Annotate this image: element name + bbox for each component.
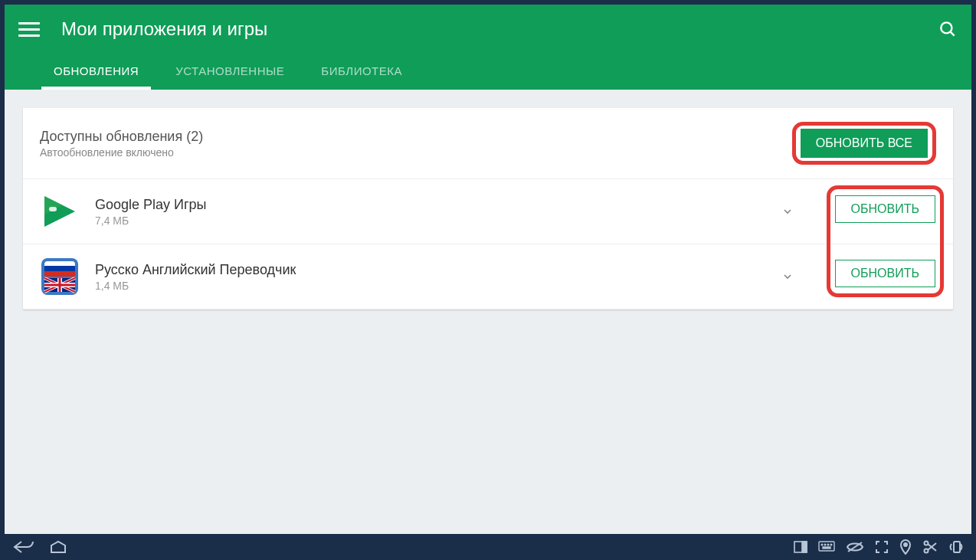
tab-updates[interactable]: ОБНОВЛЕНИЯ (35, 54, 157, 90)
keyboard-icon[interactable] (818, 541, 835, 553)
highlight-update-all: ОБНОВИТЬ ВСЕ (792, 122, 936, 165)
shake-device-icon[interactable] (948, 539, 964, 555)
app-icon-translator (40, 257, 80, 296)
chevron-down-icon[interactable] (781, 205, 794, 218)
content-area: Доступны обновления (2) Автообновление в… (5, 90, 971, 534)
update-button[interactable]: ОБНОВИТЬ (835, 195, 935, 223)
app-header: Мои приложения и игры ОБНОВЛЕНИЯ УСТАНОВ… (5, 5, 971, 90)
app-name: Русско Английский Переводчик (95, 262, 769, 278)
fullscreen-icon[interactable] (875, 540, 889, 554)
app-size: 7,4 МБ (95, 215, 769, 227)
svg-point-23 (827, 544, 829, 545)
svg-rect-7 (44, 266, 75, 271)
auto-update-status: Автообновление включено (40, 146, 792, 159)
app-row[interactable]: Русско Английский Переводчик 1,4 МБ (23, 244, 953, 309)
visibility-off-icon[interactable] (846, 540, 864, 554)
svg-point-27 (904, 543, 907, 546)
app-size: 1,4 МБ (95, 280, 769, 292)
scissors-icon[interactable] (922, 540, 938, 554)
chevron-down-icon[interactable] (781, 270, 794, 283)
highlight-update-buttons: ОБНОВИТЬ ОБНОВИТЬ (827, 185, 944, 297)
svg-rect-4 (49, 207, 57, 211)
app-name: Google Play Игры (95, 197, 769, 213)
app-row[interactable]: Google Play Игры 7,4 МБ (23, 179, 953, 244)
svg-point-0 (941, 22, 951, 33)
svg-point-24 (830, 544, 832, 545)
update-button[interactable]: ОБНОВИТЬ (835, 260, 935, 287)
svg-point-22 (824, 544, 826, 545)
updates-section-header: Доступны обновления (2) Автообновление в… (23, 108, 953, 179)
tab-library[interactable]: БИБЛИОТЕКА (303, 54, 421, 90)
app-icon-play-games (40, 192, 80, 231)
emulator-navbar (5, 534, 971, 560)
page-title: Мои приложения и игры (61, 18, 938, 40)
svg-rect-20 (819, 542, 834, 551)
svg-rect-32 (954, 542, 960, 552)
svg-line-1 (950, 31, 954, 35)
back-icon[interactable] (12, 539, 35, 555)
search-icon[interactable] (938, 19, 958, 39)
svg-rect-25 (823, 547, 830, 549)
update-all-button[interactable]: ОБНОВИТЬ ВСЕ (801, 129, 928, 158)
svg-rect-19 (802, 542, 807, 552)
location-icon[interactable] (899, 539, 912, 555)
tab-installed[interactable]: УСТАНОВЛЕННЫЕ (157, 54, 303, 90)
tabs-bar: ОБНОВЛЕНИЯ УСТАНОВЛЕННЫЕ БИБЛИОТЕКА (5, 54, 971, 90)
menu-icon[interactable] (18, 18, 40, 40)
updates-card: Доступны обновления (2) Автообновление в… (23, 108, 953, 309)
updates-available-label: Доступны обновления (2) (40, 129, 792, 145)
toggle-panel-icon[interactable] (794, 541, 807, 553)
svg-rect-8 (44, 271, 75, 277)
svg-point-21 (821, 544, 823, 545)
home-icon[interactable] (49, 540, 67, 554)
